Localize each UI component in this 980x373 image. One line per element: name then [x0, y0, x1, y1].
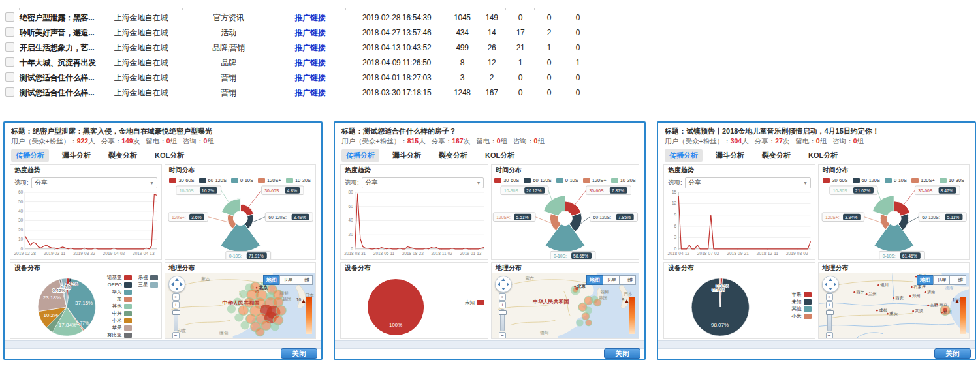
row-checkbox[interactable]: [5, 12, 14, 22]
promo-link[interactable]: 推广链接: [274, 42, 346, 53]
legend-item[interactable]: 10-30S: [611, 177, 636, 183]
close-button[interactable]: 关闭: [281, 348, 317, 359]
map-drag-button[interactable]: ▫: [172, 293, 180, 301]
zoom-in-button[interactable]: +: [172, 301, 180, 308]
map-zoom-slider[interactable]: ▫+−: [172, 293, 180, 338]
geo-map[interactable]: 北京天津石家庄济南银川西宁兰州西安郑州合肥南京杭州成都重庆武汉渤海黄海▫+−地图…: [819, 273, 970, 338]
legend-item[interactable]: 0-10S: [885, 177, 907, 183]
device-legend-item[interactable]: 诺基亚: [107, 275, 132, 280]
row-checkbox[interactable]: [5, 87, 14, 97]
map-type-button[interactable]: 卫星: [279, 275, 296, 285]
zoom-handle[interactable]: [826, 310, 834, 315]
map-type-button[interactable]: 三维: [949, 275, 966, 285]
legend-item[interactable]: 30-60S: [169, 177, 194, 183]
device-legend-item[interactable]: 乐视: [138, 275, 158, 280]
device-legend-item[interactable]: 未知: [465, 299, 484, 305]
promo-link[interactable]: 推广链接: [274, 12, 346, 23]
zoom-track[interactable]: [174, 309, 178, 331]
map-type-button[interactable]: 地图: [917, 275, 934, 285]
legend-item[interactable]: 0-10S: [556, 177, 578, 183]
device-legend-item[interactable]: 小米: [792, 313, 812, 319]
map-pan-compass[interactable]: [168, 276, 185, 293]
zoom-in-button[interactable]: +: [826, 301, 833, 308]
analysis-tab[interactable]: 漏斗分析: [57, 149, 95, 162]
map-drag-button[interactable]: ▫: [499, 293, 506, 301]
device-legend-item[interactable]: 一加: [107, 296, 132, 302]
analysis-tab[interactable]: 传播分析: [11, 149, 49, 162]
row-checkbox[interactable]: [5, 42, 14, 52]
legend-item[interactable]: 0-10S: [231, 177, 253, 183]
legend-item[interactable]: 120S+: [911, 177, 935, 183]
legend-item[interactable]: 10-30S: [286, 177, 311, 183]
map-type-button[interactable]: 地图: [263, 275, 280, 285]
device-legend-item[interactable]: 未知: [792, 299, 812, 305]
legend-item[interactable]: 60-120S: [524, 177, 551, 183]
device-legend-item[interactable]: 其他: [107, 303, 132, 309]
zoom-out-button[interactable]: −: [172, 332, 180, 338]
map-zoom-slider[interactable]: ▫+−: [499, 293, 506, 338]
analysis-tab[interactable]: 传播分析: [341, 149, 379, 162]
analysis-tab[interactable]: 裂变分析: [434, 149, 472, 162]
analysis-tab[interactable]: KOL分析: [804, 149, 842, 162]
analysis-tab[interactable]: 裂变分析: [104, 149, 142, 162]
footer-strip: [5, 340, 321, 349]
chart-grid: 热度趋势 选项: 分享▾ 0204060802018-03-312018-06-…: [335, 162, 644, 339]
map-type-button[interactable]: 三维: [296, 275, 313, 285]
zoom-out-button[interactable]: −: [499, 332, 506, 338]
row-checkbox[interactable]: [5, 57, 14, 67]
row-checkbox[interactable]: [5, 27, 14, 37]
promo-link[interactable]: 推广链接: [274, 27, 346, 38]
legend-item[interactable]: 60-120S: [199, 177, 227, 183]
trend-option-select[interactable]: 分享▾: [685, 177, 811, 188]
analysis-tab[interactable]: KOL分析: [481, 149, 519, 162]
map-type-button[interactable]: 卫星: [603, 275, 620, 285]
map-type-button[interactable]: 地图: [586, 275, 603, 285]
map-type-button[interactable]: 卫星: [933, 275, 950, 285]
analysis-tab[interactable]: KOL分析: [150, 149, 189, 162]
device-legend-item[interactable]: OPPO: [107, 282, 132, 288]
legend-item[interactable]: 10-30S: [940, 177, 964, 183]
legend-item[interactable]: 120S+: [258, 177, 281, 183]
analysis-tab[interactable]: 漏斗分析: [388, 149, 426, 162]
legend-item[interactable]: 60-120S: [853, 177, 880, 183]
analysis-tab[interactable]: 裂变分析: [757, 149, 795, 162]
table-row: 测试您适合住什么样...上海金地自在城营销推广链接2018-03-30 17:1…: [0, 85, 592, 100]
geo-map[interactable]: 蒙古北京朝鲜韩国日本中华人民共和国印度缅甸▫+−地图卫星三维10: [165, 273, 316, 338]
datetime-cell: 2018-04-01 18:27:03: [346, 73, 447, 82]
zoom-in-button[interactable]: +: [499, 301, 506, 308]
device-legend-item[interactable]: 华为: [107, 289, 132, 295]
device-legend-item[interactable]: 苹果: [792, 291, 812, 297]
promo-link[interactable]: 推广链接: [274, 87, 346, 98]
trend-option-select[interactable]: 分享▾: [362, 177, 484, 188]
analysis-tab[interactable]: 漏斗分析: [711, 149, 749, 162]
zoom-track[interactable]: [827, 309, 832, 331]
table-row: 十年大城、沉淀再出发上海金地自在城品牌推广链接2018-04-09 11:26:…: [0, 55, 592, 70]
row-checkbox[interactable]: [5, 72, 14, 82]
close-button[interactable]: 关闭: [934, 348, 971, 359]
promo-link[interactable]: 推广链接: [274, 72, 346, 83]
campaign-title-cell: 绝密户型泄露：黑客...: [20, 12, 99, 23]
zoom-handle[interactable]: [172, 310, 180, 315]
device-legend-item[interactable]: 三星: [138, 282, 158, 288]
device-legend-item[interactable]: 其他: [792, 306, 812, 312]
device-legend-item[interactable]: 苹果: [107, 325, 132, 331]
analysis-tab[interactable]: 传播分析: [665, 149, 703, 162]
legend-item[interactable]: 30-60S: [494, 177, 519, 183]
trend-option-select[interactable]: 分享▾: [31, 177, 157, 188]
map-zoom-slider[interactable]: ▫+−: [826, 293, 833, 338]
promo-link[interactable]: 推广链接: [274, 57, 346, 68]
close-button[interactable]: 关闭: [604, 348, 640, 359]
map-drag-button[interactable]: ▫: [826, 293, 833, 301]
device-legend-item[interactable]: 努比亚: [107, 332, 132, 338]
legend-item[interactable]: 120S+: [583, 177, 607, 183]
zoom-out-button[interactable]: −: [826, 332, 833, 338]
map-pan-compass[interactable]: [495, 276, 512, 293]
map-type-button[interactable]: 三维: [619, 275, 636, 285]
legend-item[interactable]: 30-60S: [823, 177, 847, 183]
zoom-handle[interactable]: [499, 310, 507, 315]
map-pan-compass[interactable]: [822, 276, 839, 293]
device-legend-item[interactable]: 中兴: [107, 310, 132, 316]
geo-map[interactable]: 蒙古北京朝鲜韩国日本中华人民共和国缅甸▫+−地图卫星三维9: [492, 273, 639, 338]
device-legend-item[interactable]: 小米: [107, 318, 132, 323]
zoom-track[interactable]: [500, 309, 505, 331]
